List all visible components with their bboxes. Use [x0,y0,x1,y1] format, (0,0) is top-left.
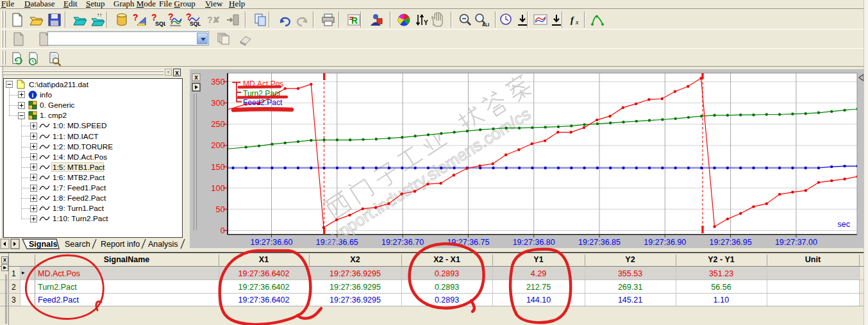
svg-text:?: ? [133,12,138,22]
svg-text:sec: sec [838,220,850,229]
svg-text:Analysis: Analysis [148,240,178,249]
svg-text:19:27:36.70: 19:27:36.70 [381,238,424,247]
svg-text:350: 350 [211,77,225,87]
svg-text:SQL: SQL [155,21,165,27]
svg-text:300: 300 [211,98,225,108]
svg-text:ALL: ALL [482,22,489,27]
svg-text:Search: Search [65,240,90,249]
svg-text:19:27:36.85: 19:27:36.85 [578,238,621,247]
svg-text:19:27:37.00: 19:27:37.00 [775,238,817,247]
svg-text:0: 0 [221,226,225,235]
svg-text:Signals: Signals [29,240,58,249]
svg-text:↑↑: ↑↑ [97,12,102,18]
svg-text:19:27:36.80: 19:27:36.80 [513,238,555,247]
svg-text:19:27:36.90: 19:27:36.90 [644,238,686,247]
svg-text:Feed2.Pact: Feed2.Pact [243,98,283,107]
svg-text:f: f [571,15,574,25]
svg-text:MD.Act.Pos: MD.Act.Pos [243,79,283,88]
svg-text:Turn2.Pact: Turn2.Pact [243,89,281,98]
svg-text:19:27:36.95: 19:27:36.95 [710,238,752,247]
svg-text:SQL: SQL [190,21,201,27]
svg-text:50: 50 [216,204,225,214]
svg-text:200: 200 [211,140,225,150]
svg-text:Y: Y [424,19,428,26]
svg-text:100: 100 [211,183,225,193]
svg-text:19:27:36.75: 19:27:36.75 [447,238,489,247]
svg-text:i: i [32,92,34,99]
svg-text:19:27:36.60: 19:27:36.60 [250,238,292,247]
svg-text:?✘: ?✘ [207,15,220,25]
svg-text:Report info: Report info [101,240,140,249]
svg-text:x: x [575,19,579,26]
svg-text:150: 150 [211,162,225,172]
svg-text:250: 250 [211,119,225,129]
svg-text:x: x [194,74,198,81]
